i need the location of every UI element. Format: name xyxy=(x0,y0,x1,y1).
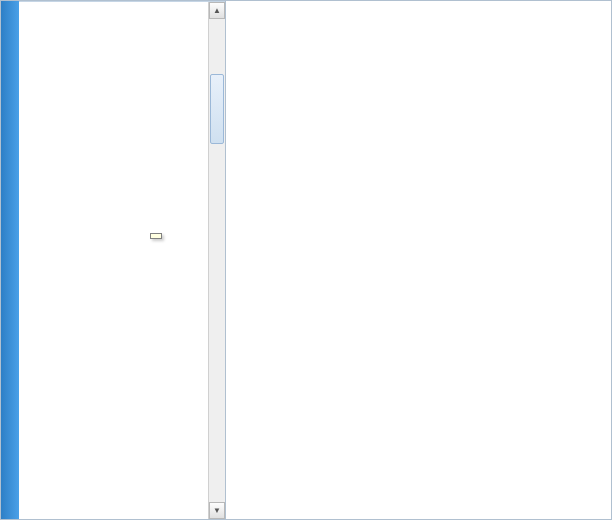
tooltip xyxy=(150,233,162,239)
tab-format[interactable] xyxy=(1,121,19,133)
sidebar: ▲ ▼ xyxy=(19,1,225,519)
scroll-track[interactable] xyxy=(209,19,225,502)
scroll-thumb[interactable] xyxy=(210,74,224,144)
format-picker-window: ▲ ▼ xyxy=(0,0,612,520)
scroll-down-button[interactable]: ▼ xyxy=(209,502,225,519)
sidebar-scroll-section: ▲ ▼ xyxy=(19,1,225,519)
tab-device[interactable] xyxy=(1,373,19,385)
vertical-tab-strip xyxy=(1,1,19,519)
sidebar-scrollbar[interactable]: ▲ ▼ xyxy=(208,2,225,519)
format-grid-panel xyxy=(226,1,611,519)
left-panel: ▲ ▼ xyxy=(1,1,226,519)
scroll-up-button[interactable]: ▲ xyxy=(209,2,225,19)
